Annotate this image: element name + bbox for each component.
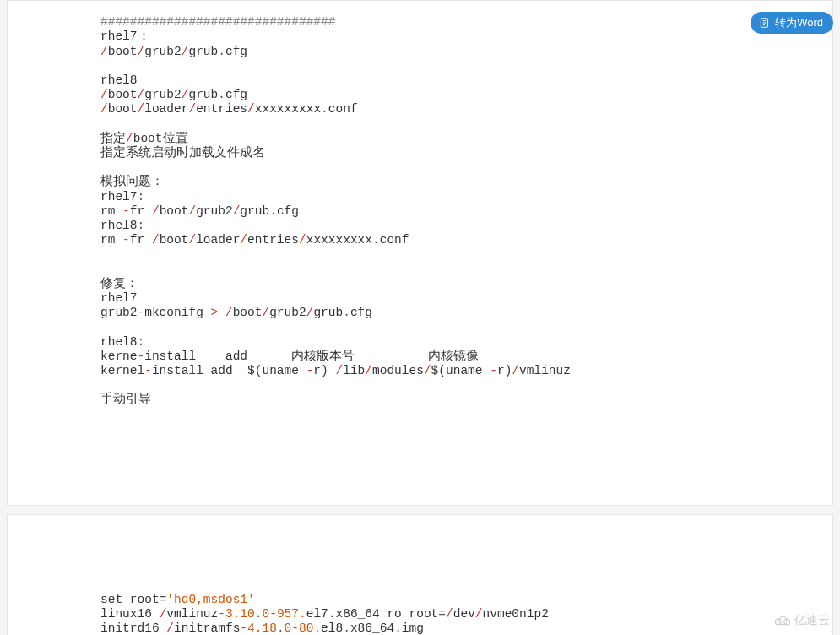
convert-to-word-button[interactable]: 转为Word [751,12,833,34]
code-block-2: set root='hd0,msdos1' linux16 /vmlinuz-3… [7,514,833,635]
brand-text: 亿速云 [794,613,830,628]
hash-row: ################################ [100,15,335,29]
word-icon [759,17,771,29]
svg-point-2 [779,616,788,625]
article-container: ################################ rhel7： … [7,0,833,635]
brand-watermark: 亿速云 [772,613,830,628]
cloud-icon [772,615,791,627]
code-block-1: ################################ rhel7： … [7,0,833,506]
convert-to-word-label: 转为Word [775,15,823,30]
